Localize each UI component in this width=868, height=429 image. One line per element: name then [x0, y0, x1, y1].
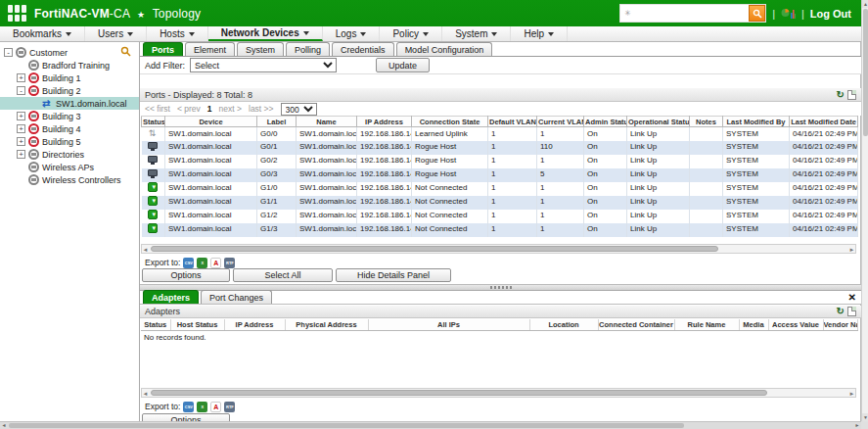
tree-item[interactable]: + Building 5: [0, 135, 139, 148]
port-row[interactable]: SW1.domain.local G0/3 SW1.domain.local G…: [142, 168, 858, 182]
update-button[interactable]: Update: [376, 58, 430, 72]
refresh-icon[interactable]: ↻: [837, 307, 845, 316]
export-format-icon[interactable]: CSV: [183, 402, 194, 412]
col-header[interactable]: Notes: [690, 117, 723, 127]
tree-item[interactable]: + Building 3: [0, 110, 139, 122]
port-row[interactable]: SW1.domain.local G1/1 SW1.domain.local G…: [142, 196, 858, 210]
tree-expander[interactable]: -: [17, 86, 25, 95]
port-row[interactable]: SW1.domain.local G0/0 SW1.domain.local G…: [142, 127, 858, 141]
scroll-down-icon[interactable]: ▼: [862, 413, 868, 421]
prev-page-link[interactable]: < prev: [177, 104, 201, 114]
tree-item[interactable]: + Building 1: [0, 72, 139, 84]
details-tab[interactable]: Port Changes: [201, 290, 272, 304]
ports-horizontal-scrollbar[interactable]: ◄ ►: [141, 244, 856, 254]
col-header[interactable]: Rule Name: [674, 319, 739, 330]
scroll-thumb[interactable]: [151, 246, 718, 252]
menu-item[interactable]: Policy: [380, 26, 442, 41]
col-header[interactable]: Current VLAN: [537, 117, 584, 127]
next-page-link[interactable]: next >: [219, 104, 242, 114]
page-vertical-scrollbar[interactable]: ▲ ▼: [861, 0, 868, 421]
scroll-right-icon[interactable]: ►: [853, 422, 861, 429]
page-horizontal-scrollbar[interactable]: ◄ ►: [0, 421, 861, 429]
menu-item[interactable]: Help: [511, 26, 568, 41]
scroll-thumb[interactable]: [863, 9, 868, 136]
last-page-link[interactable]: last >>: [249, 104, 274, 114]
search-input[interactable]: [631, 6, 741, 21]
tree-expander[interactable]: +: [17, 73, 25, 82]
col-header[interactable]: IP Address: [224, 319, 285, 330]
scroll-up-icon[interactable]: ▲: [862, 0, 868, 8]
export-format-icon[interactable]: X: [197, 402, 207, 412]
col-header[interactable]: Admin Status: [584, 117, 627, 127]
export-report-icon[interactable]: [847, 90, 856, 100]
col-header[interactable]: Physical Address: [285, 319, 368, 330]
col-header[interactable]: Label: [257, 117, 297, 127]
logout-button[interactable]: Log Out: [810, 8, 851, 20]
menu-item[interactable]: Bookmarks: [0, 26, 85, 41]
export-format-icon[interactable]: X: [197, 258, 207, 268]
col-header[interactable]: Device: [165, 117, 257, 127]
add-filter-select[interactable]: Select: [190, 58, 337, 72]
col-header[interactable]: Status: [142, 117, 165, 127]
menu-item[interactable]: Logs: [323, 26, 381, 41]
tree-expander[interactable]: -: [4, 48, 13, 57]
export-format-icon[interactable]: RTF: [224, 402, 235, 412]
col-header[interactable]: Name: [297, 117, 357, 127]
device-tab[interactable]: Model Configuration: [396, 42, 493, 56]
col-header[interactable]: Last Modified Date: [790, 117, 858, 127]
device-tab[interactable]: Ports: [143, 42, 183, 56]
col-header[interactable]: Media: [739, 319, 768, 330]
close-icon[interactable]: ✕: [848, 292, 856, 303]
scroll-left-icon[interactable]: ◄: [142, 246, 149, 253]
tree-item[interactable]: - Customer: [0, 46, 139, 59]
refresh-icon[interactable]: ↻: [837, 90, 845, 100]
dashboard-icon[interactable]: [781, 7, 796, 20]
menu-item[interactable]: System: [442, 26, 511, 41]
col-header[interactable]: IP Address: [357, 117, 412, 127]
tree-search-icon[interactable]: [120, 46, 131, 59]
tree-expander[interactable]: +: [17, 112, 25, 120]
port-row[interactable]: SW1.domain.local G1/2 SW1.domain.local G…: [142, 210, 858, 223]
export-format-icon[interactable]: RTF: [224, 258, 235, 268]
col-header[interactable]: Host Status: [170, 319, 224, 330]
tree-expander[interactable]: +: [17, 137, 25, 146]
device-tab[interactable]: Credentials: [332, 42, 394, 56]
tree-item[interactable]: + Building 4: [0, 122, 139, 135]
col-header[interactable]: All IPs: [368, 319, 529, 330]
first-page-link[interactable]: << first: [145, 104, 170, 114]
select-all-button[interactable]: Select All: [233, 268, 333, 282]
col-header[interactable]: Vendor Na: [823, 319, 857, 330]
scroll-left-icon[interactable]: ◄: [142, 390, 149, 397]
col-header[interactable]: Status: [141, 319, 170, 330]
col-header[interactable]: Default VLAN: [488, 117, 537, 127]
scroll-right-icon[interactable]: ►: [848, 390, 855, 397]
tree-item[interactable]: - Building 2: [0, 84, 139, 97]
export-format-icon[interactable]: CSV: [183, 258, 194, 268]
menu-item[interactable]: Hosts: [147, 26, 208, 41]
tree-item[interactable]: SW1.domain.local: [0, 97, 139, 110]
port-row[interactable]: SW1.domain.local G0/1 SW1.domain.local G…: [142, 141, 858, 155]
hide-details-panel-button[interactable]: Hide Details Panel: [336, 268, 451, 282]
options-button[interactable]: Options: [142, 268, 230, 282]
export-format-icon[interactable]: A: [210, 258, 221, 268]
col-header[interactable]: Operational Status: [627, 117, 690, 127]
port-row[interactable]: SW1.domain.local G0/2 SW1.domain.local G…: [142, 155, 858, 168]
menu-item[interactable]: Users: [85, 26, 147, 41]
tree-item[interactable]: Wireless Controllers: [0, 173, 139, 186]
tree-item[interactable]: Wireless APs: [0, 161, 139, 173]
menu-item[interactable]: Network Devices: [208, 26, 323, 41]
port-row[interactable]: SW1.domain.local G1/0 SW1.domain.local G…: [142, 182, 858, 196]
col-header[interactable]: Connected Container: [598, 319, 674, 330]
page-size-select[interactable]: 300: [281, 103, 317, 116]
adapters-horizontal-scrollbar[interactable]: ◄ ►: [141, 388, 856, 398]
scroll-thumb[interactable]: [151, 390, 767, 396]
tree-item[interactable]: + Directories: [0, 148, 139, 161]
col-header[interactable]: Connection State: [412, 117, 488, 127]
scroll-left-icon[interactable]: ◄: [0, 422, 8, 429]
tree-item[interactable]: Bradford Training: [0, 59, 139, 72]
col-header[interactable]: Access Value: [768, 319, 823, 330]
scroll-thumb[interactable]: [9, 423, 684, 428]
col-header[interactable]: Last Modified By: [723, 117, 790, 127]
details-tab[interactable]: Adapters: [143, 290, 199, 304]
col-header[interactable]: Location: [529, 319, 598, 330]
